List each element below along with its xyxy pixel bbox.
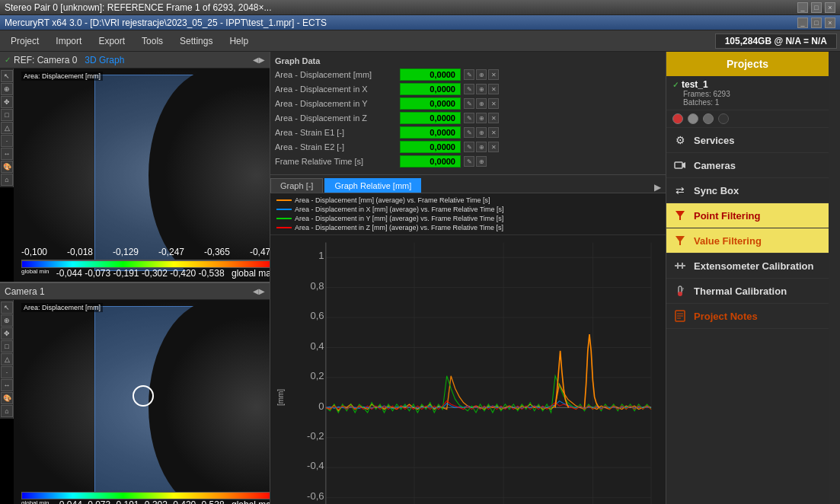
close-btn-2[interactable]: × — [825, 18, 835, 28]
expand-ref-icon[interactable]: ◀▶ — [253, 56, 265, 64]
legend-label-3: Area - Displacement in Z [mm] (average) … — [295, 224, 503, 231]
data-icon-edit-4[interactable]: ✎ — [464, 127, 474, 138]
svg-text:0,4: 0,4 — [310, 340, 324, 352]
colorbar-2 — [21, 492, 270, 499]
tb2-reset[interactable]: ⌂ — [1, 405, 13, 417]
graph-data-section: Graph Data Area - Displacement [mm] 0,00… — [270, 52, 666, 175]
data-icon-del-4[interactable]: ✕ — [488, 127, 499, 138]
nav-item-sync-box[interactable]: ⇄ Sync Box — [666, 178, 829, 203]
nav-item-services[interactable]: ⚙ Services — [666, 128, 829, 153]
main-container: ✓ REF: Camera 0 3D Graph ◀▶ ↖ ⊕ ✥ □ △ · … — [0, 52, 840, 504]
camera-header-2: Camera 1 ◀▶ — [0, 283, 270, 300]
menu-settings[interactable]: Settings — [172, 33, 220, 49]
colorbar-vals2-ref: -0,100-0,018-0,129-0,247-0,365-0,476 — [21, 247, 270, 257]
data-icon-del-5[interactable]: ✕ — [488, 142, 499, 152]
data-icon-copy-2[interactable]: ⊕ — [476, 98, 487, 109]
menu-export[interactable]: Export — [91, 33, 133, 49]
tb-reset[interactable]: ⌂ — [1, 174, 13, 186]
project-item: ✓ test_1 Frames: 6293 Batches: 1 — [666, 76, 829, 110]
data-icon-edit-1[interactable]: ✎ — [464, 84, 474, 94]
data-label-0: Area - Displacement [mm] — [275, 70, 397, 79]
chart-arrow-icon[interactable]: ▶ — [650, 182, 666, 193]
value-filtering-icon — [672, 233, 688, 248]
tb2-measure[interactable]: ↔ — [1, 379, 13, 391]
colorbar-line-ref — [21, 260, 270, 260]
tb2-poly[interactable]: △ — [1, 353, 13, 365]
minimize-btn-2[interactable]: _ — [797, 18, 808, 28]
rt-btn-dark[interactable] — [718, 113, 729, 124]
tab-graph-relative[interactable]: Graph Relative [mm] — [324, 178, 421, 193]
content-area: ✓ REF: Camera 0 3D Graph ◀▶ ↖ ⊕ ✥ □ △ · … — [0, 52, 840, 504]
data-icon-edit-2[interactable]: ✎ — [464, 98, 474, 109]
nav-item-project-notes[interactable]: Project Notes — [666, 304, 829, 329]
tb-select[interactable]: □ — [1, 109, 13, 121]
data-icon-edit-0[interactable]: ✎ — [464, 69, 474, 80]
data-label-2: Area - Displacement in Y — [275, 99, 397, 108]
data-icon-edit-6[interactable]: ✎ — [464, 156, 474, 167]
rt-btn-gray2[interactable] — [703, 113, 714, 124]
nav-item-extensometer-calibration[interactable]: Extensometer Calibration — [666, 254, 829, 279]
tb-zoom[interactable]: ⊕ — [1, 83, 13, 95]
y-axis-label: [mm] — [276, 389, 285, 406]
left-panel: ✓ REF: Camera 0 3D Graph ◀▶ ↖ ⊕ ✥ □ △ · … — [0, 52, 270, 504]
tb-color[interactable]: 🎨 — [1, 161, 13, 173]
menu-project[interactable]: Project — [3, 33, 46, 49]
data-icon-del-2[interactable]: ✕ — [488, 98, 499, 109]
data-label-4: Area - Strain E1 [-] — [275, 128, 397, 137]
rt-btn-red[interactable] — [672, 113, 683, 124]
menu-tools[interactable]: Tools — [134, 33, 171, 49]
data-icon-copy-1[interactable]: ⊕ — [476, 84, 487, 94]
tab-graph-minus[interactable]: Graph [-] — [270, 178, 323, 193]
tb2-color[interactable]: 🎨 — [1, 392, 13, 404]
restore-btn-1[interactable]: □ — [811, 2, 822, 13]
legend-label-1: Area - Displacement in X [mm] (average) … — [295, 206, 504, 213]
tb-cursor[interactable]: ↖ — [1, 70, 13, 82]
svg-text:-0,4: -0,4 — [307, 460, 324, 471]
svg-rect-36 — [682, 263, 683, 269]
data-icon-copy-6[interactable]: ⊕ — [476, 156, 487, 167]
expand-2-icon[interactable]: ◀▶ — [253, 287, 265, 295]
colorbar-vals-ref: -0,044 -0,073 -0,191 -0,302 -0,420 -0,53… — [56, 268, 225, 279]
data-icon-del-0[interactable]: ✕ — [488, 69, 499, 80]
colorbar-max-ref: global max — [232, 268, 270, 279]
colorbar-max-2: global max — [232, 499, 270, 504]
chart-legend: Area - Displacement [mm] (average) vs. F… — [270, 193, 666, 235]
data-icon-copy-4[interactable]: ⊕ — [476, 127, 487, 138]
data-icon-copy-3[interactable]: ⊕ — [476, 113, 487, 123]
nav-label-extensometer-calibration: Extensometer Calibration — [694, 260, 814, 272]
data-icon-edit-3[interactable]: ✎ — [464, 113, 474, 123]
tb-poly[interactable]: △ — [1, 122, 13, 134]
cam-label-2: Area: Displacement [mm] — [21, 303, 103, 312]
legend-color-1 — [276, 209, 292, 210]
tb2-point[interactable]: · — [1, 366, 13, 378]
nav-item-value-filtering[interactable]: Value Filtering — [666, 228, 829, 254]
data-icon-copy-0[interactable]: ⊕ — [476, 69, 487, 80]
restore-btn-2[interactable]: □ — [811, 18, 822, 28]
nav-item-thermal-calibration[interactable]: Thermal Calibration — [666, 279, 829, 304]
tb2-cursor[interactable]: ↖ — [1, 301, 13, 314]
nav-item-point-filtering[interactable]: Point Filtering — [666, 203, 829, 228]
rt-btn-gray1[interactable] — [688, 113, 698, 124]
cameras-icon — [672, 158, 688, 173]
menu-import[interactable]: Import — [48, 33, 89, 49]
minimize-btn-1[interactable]: _ — [797, 2, 808, 13]
data-icon-del-3[interactable]: ✕ — [488, 113, 499, 123]
data-icon-copy-5[interactable]: ⊕ — [476, 142, 487, 152]
tb2-pan[interactable]: ✥ — [1, 327, 13, 340]
tb2-zoom[interactable]: ⊕ — [1, 314, 13, 327]
data-value-6: 0,0000 — [400, 155, 461, 167]
camera-2-title: Camera 1 — [5, 286, 45, 297]
colorbar-vals-2: -0,044 -0,073 -0,191 -0,302 -0,420 -0,53… — [56, 499, 225, 504]
nav-label-sync-box: Sync Box — [694, 185, 739, 196]
tb-point[interactable]: · — [1, 135, 13, 147]
menu-help[interactable]: Help — [222, 33, 256, 49]
tb-measure[interactable]: ↔ — [1, 148, 13, 160]
tb-pan[interactable]: ✥ — [1, 96, 13, 108]
data-icon-del-1[interactable]: ✕ — [488, 84, 499, 94]
nav-item-cameras[interactable]: Cameras — [666, 153, 829, 178]
svg-marker-33 — [676, 236, 685, 245]
chart-tabs: Graph [-] Graph Relative [mm] ▶ — [270, 175, 666, 193]
data-icon-edit-5[interactable]: ✎ — [464, 142, 474, 152]
close-btn-1[interactable]: × — [825, 2, 835, 13]
tb2-select[interactable]: □ — [1, 340, 13, 352]
